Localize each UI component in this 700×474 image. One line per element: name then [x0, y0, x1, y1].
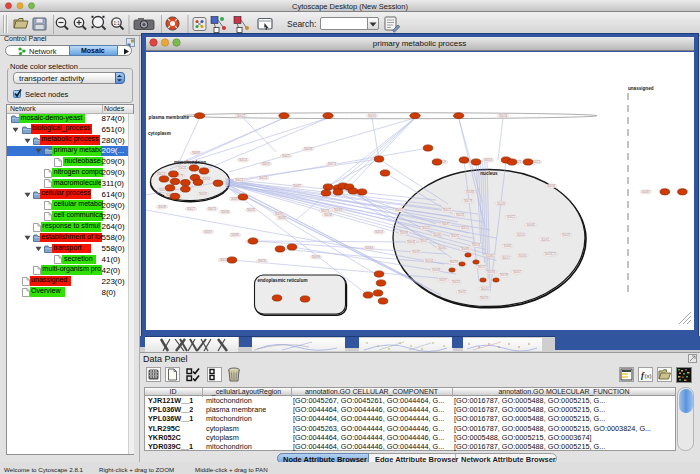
svg-text:S0025: S0025 — [443, 208, 452, 212]
svg-text:S0087: S0087 — [293, 184, 302, 188]
svg-text:S0099: S0099 — [400, 231, 409, 235]
svg-text:S0095: S0095 — [412, 250, 421, 254]
svg-text:S0043: S0043 — [562, 233, 571, 237]
svg-text:S0030: S0030 — [518, 253, 527, 257]
svg-text:S0074: S0074 — [328, 162, 337, 166]
svg-text:S0090: S0090 — [438, 245, 447, 249]
svg-text:S0045: S0045 — [395, 208, 404, 212]
svg-text:S0038: S0038 — [324, 213, 333, 217]
svg-text:S0020: S0020 — [422, 226, 431, 230]
svg-text:S0022: S0022 — [507, 215, 516, 219]
svg-text:S0031: S0031 — [461, 226, 470, 230]
svg-text:S0021: S0021 — [532, 160, 541, 164]
svg-text:S0024: S0024 — [178, 166, 187, 170]
svg-text:S0055: S0055 — [452, 280, 461, 284]
svg-text:S0041: S0041 — [199, 192, 208, 196]
svg-text:plasma membrane: plasma membrane — [149, 114, 190, 119]
svg-text:S0019: S0019 — [480, 296, 489, 300]
svg-text:S0013: S0013 — [259, 176, 268, 180]
svg-text:S0091: S0091 — [541, 237, 550, 241]
svg-text:nucleus: nucleus — [480, 170, 498, 175]
svg-text:S0057: S0057 — [502, 255, 511, 259]
svg-text:S0099: S0099 — [312, 255, 321, 259]
svg-text:S0058: S0058 — [547, 184, 556, 188]
svg-text:S0013: S0013 — [157, 172, 166, 176]
svg-text:S0018: S0018 — [450, 260, 459, 264]
svg-text:(x): (x) — [645, 373, 652, 379]
svg-text:S0089: S0089 — [461, 247, 470, 251]
svg-text:S0044: S0044 — [407, 240, 416, 244]
svg-text:S0080: S0080 — [433, 232, 442, 236]
svg-text:1:1: 1:1 — [114, 21, 121, 26]
svg-text:S0091: S0091 — [451, 234, 460, 238]
svg-text:S0058: S0058 — [517, 232, 526, 236]
svg-text:S0036: S0036 — [432, 268, 441, 272]
svg-text:S0056: S0056 — [472, 243, 481, 247]
svg-text:S0064: S0064 — [365, 246, 374, 250]
svg-text:S0058: S0058 — [456, 213, 465, 217]
svg-text:S0039: S0039 — [304, 147, 313, 151]
svg-text:S0064: S0064 — [202, 177, 211, 181]
svg-text:S0034: S0034 — [425, 258, 434, 262]
svg-text:S0067: S0067 — [204, 230, 213, 234]
svg-text:S0087: S0087 — [642, 189, 651, 193]
svg-text:S0039: S0039 — [500, 273, 509, 277]
svg-text:S0099: S0099 — [278, 216, 287, 220]
svg-text:S0078: S0078 — [464, 199, 473, 203]
svg-text:S0045: S0045 — [504, 244, 513, 248]
svg-text:S0013: S0013 — [235, 178, 244, 182]
svg-text:S0030: S0030 — [258, 259, 267, 263]
svg-text:S0015: S0015 — [477, 265, 486, 269]
svg-text:S0047: S0047 — [420, 239, 429, 243]
svg-text:S0053: S0053 — [375, 230, 384, 234]
svg-text:S0023: S0023 — [208, 207, 217, 211]
svg-text:S0054: S0054 — [499, 113, 508, 117]
svg-text:unassigned: unassigned — [628, 85, 654, 90]
svg-text:mitochondrion: mitochondrion — [174, 160, 206, 165]
svg-text:S0022: S0022 — [237, 113, 246, 117]
svg-text:S0053: S0053 — [484, 158, 493, 162]
svg-text:S0047: S0047 — [513, 270, 522, 274]
svg-text:S0055: S0055 — [368, 113, 377, 117]
svg-text:S0037: S0037 — [262, 162, 271, 166]
svg-text:S0085: S0085 — [231, 233, 240, 237]
svg-text:cytoplasm: cytoplasm — [148, 130, 171, 135]
svg-text:S0021: S0021 — [282, 154, 291, 158]
svg-text:S0091: S0091 — [192, 151, 201, 155]
svg-text:S0056: S0056 — [544, 252, 553, 256]
svg-text:S0068: S0068 — [526, 222, 535, 226]
svg-text:S0038: S0038 — [158, 205, 167, 209]
svg-text:S0097: S0097 — [439, 278, 448, 282]
svg-text:S0068: S0068 — [466, 190, 475, 194]
svg-text:S0063: S0063 — [334, 208, 343, 212]
svg-text:S0020: S0020 — [481, 286, 490, 290]
svg-text:S0027: S0027 — [187, 207, 196, 211]
svg-text:S0092: S0092 — [458, 290, 467, 294]
svg-text:endoplasmic reticulum: endoplasmic reticulum — [258, 277, 308, 282]
svg-text:S0096: S0096 — [221, 210, 230, 214]
svg-text:S0035: S0035 — [247, 208, 256, 212]
svg-text:S0087: S0087 — [442, 222, 451, 226]
svg-text:S0039: S0039 — [497, 201, 506, 205]
svg-text:S0014: S0014 — [239, 158, 248, 162]
svg-text:S0094: S0094 — [487, 270, 496, 274]
svg-text:S0083: S0083 — [486, 253, 495, 257]
